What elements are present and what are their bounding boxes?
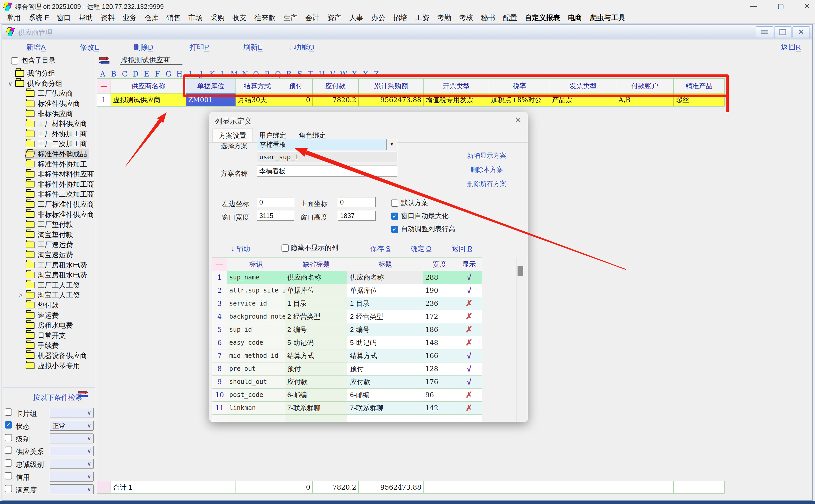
grid-width[interactable]: 142 (423, 402, 456, 415)
grid-row[interactable]: 2attr.sup_site_id单据库位单据库位190√ (212, 284, 482, 297)
tree-item[interactable]: 工厂垫付款 (5, 220, 95, 230)
tree-item[interactable]: 日常开支 (5, 330, 95, 341)
tree-item[interactable]: 工厂标准件供应商 (5, 200, 95, 210)
condition-select[interactable]: ∨ (50, 484, 93, 494)
grid-width[interactable] (423, 415, 456, 422)
tree-item[interactable]: 房租水电费 (5, 320, 95, 331)
tree-item[interactable]: >淘宝工人工资 (5, 290, 95, 300)
panel-splitter[interactable] (96, 39, 96, 499)
tree-item[interactable]: 淘宝垫付款 (5, 230, 95, 240)
toolbar-E-button[interactable]: 刷新E (243, 42, 263, 52)
grid-title[interactable]: 供应商名称 (347, 271, 423, 284)
menu-item[interactable]: 常用 (3, 13, 25, 22)
grid-title[interactable]: 预付 (347, 362, 423, 376)
return-button[interactable]: 返回 R (452, 244, 472, 253)
dialog-tab[interactable]: 方案设置 (213, 128, 253, 142)
tree-item[interactable]: 工厂二次加工商 (5, 139, 95, 149)
grid-row[interactable]: 6easy_code5-助记码5-助记码148✗ (212, 336, 482, 349)
condition-select[interactable]: ∨ (50, 433, 93, 443)
column-header[interactable]: 供应商名称 (111, 78, 186, 93)
tab-current-supplier[interactable]: 虚拟测试供应商 (121, 55, 170, 65)
tree-item[interactable]: 标准件外协加工 (5, 159, 95, 169)
grid-field-id[interactable]: easy_code (227, 336, 285, 349)
include-subdirs-checkbox[interactable] (11, 57, 18, 65)
grid-width[interactable]: 176 (423, 376, 456, 389)
menu-item[interactable]: 系统 F (25, 13, 53, 22)
condition-checkbox[interactable] (5, 472, 12, 479)
menu-item[interactable]: 考核 (455, 13, 477, 22)
tree-item[interactable]: 标准件供应商 (5, 99, 95, 109)
menu-item[interactable]: 招培 (389, 13, 411, 22)
grid-show-flag[interactable]: ✗ (456, 336, 482, 349)
grid-row[interactable]: 5sup_id2-编号2-编号186✗ (212, 323, 482, 336)
grid-field-id[interactable]: post_code (227, 389, 285, 402)
grid-field-id[interactable]: sup_name (227, 271, 285, 284)
grid-default-title[interactable]: 1-目录 (285, 297, 347, 310)
grid-column-header[interactable]: 显示 (456, 257, 482, 271)
grid-row[interactable]: 1sup_name供应商名称供应商名称288√ (212, 271, 482, 284)
child-restore-icon[interactable] (774, 26, 791, 38)
tree-item[interactable]: 工厂外协加工商 (5, 129, 95, 139)
option-checkbox[interactable]: ✓ (391, 213, 398, 220)
grid-scrollbar[interactable] (516, 257, 525, 422)
grid-field-id[interactable]: linkman (227, 402, 285, 415)
child-minimize-icon[interactable] (756, 26, 773, 38)
grid-title[interactable] (347, 415, 423, 422)
tree-item[interactable]: ∨供应商分组 (5, 79, 95, 89)
grid-title[interactable]: 应付款 (347, 376, 423, 389)
grid-show-flag[interactable]: ✗ (456, 402, 482, 415)
grid-column-header[interactable]: 宽度 (423, 257, 456, 271)
tree-item[interactable]: 非标件材料供应商 (5, 169, 95, 179)
menu-item[interactable]: 自定义报表 (521, 13, 564, 22)
letter-index[interactable]: B (108, 70, 119, 78)
menu-item[interactable]: 收支 (229, 13, 251, 22)
menu-item[interactable]: 考勤 (433, 13, 455, 22)
grid-row[interactable]: 9should_out应付款应付款176√ (212, 376, 482, 389)
menu-item[interactable]: 资产 (323, 13, 345, 22)
grid-show-flag[interactable] (456, 415, 482, 422)
hide-columns-checkbox[interactable] (282, 244, 289, 252)
menu-item[interactable]: 窗口 (53, 13, 75, 22)
add-plan-link[interactable]: 新增显示方案 (458, 151, 516, 160)
condition-select[interactable]: 正常∨ (50, 421, 93, 431)
grid-width[interactable]: 190 (423, 284, 456, 297)
condition-select[interactable]: ∨ (50, 408, 93, 418)
menu-item[interactable]: 人事 (345, 13, 367, 22)
grid-show-flag[interactable]: √ (456, 349, 482, 362)
grid-title[interactable]: 1-目录 (347, 297, 423, 310)
child-close-icon[interactable]: ✕ (793, 26, 810, 38)
condition-checkbox[interactable] (5, 485, 12, 492)
grid-show-flag[interactable]: ✗ (456, 297, 482, 310)
grid-default-title[interactable] (285, 415, 347, 422)
grid-show-flag[interactable]: ✗ (456, 389, 482, 402)
grid-default-title[interactable]: 2-经营类型 (285, 310, 347, 323)
letter-index[interactable]: E (141, 70, 152, 78)
grid-row[interactable]: 10post_code6-邮编6-邮编96✗ (212, 389, 482, 402)
delete-all-plans-link[interactable]: 删除所有方案 (458, 179, 516, 188)
save-button[interactable]: 保存 S (370, 244, 391, 253)
toolbar-P-button[interactable]: 打印P (189, 42, 209, 52)
confirm-button[interactable]: 确定 O (411, 244, 431, 253)
grid-field-id[interactable]: pre_out (227, 362, 285, 376)
chevron-down-icon[interactable]: ▼ (386, 139, 397, 150)
chevron-down-icon[interactable]: ∨ (6, 80, 15, 87)
delete-plan-link[interactable]: 删除本方案 (458, 165, 516, 174)
grid-default-title[interactable]: 单据库位 (285, 284, 347, 297)
grid-scrollbar-thumb[interactable] (517, 266, 523, 276)
grid-show-flag[interactable]: ✗ (456, 323, 482, 336)
close-icon[interactable]: ✕ (798, 2, 815, 10)
toolbar-O-button[interactable]: ↓功能O (288, 42, 315, 52)
grid-field-id[interactable] (227, 415, 285, 422)
grid-width[interactable]: 166 (423, 349, 456, 362)
grid-default-title[interactable]: 2-编号 (285, 323, 347, 336)
default-plan-option[interactable]: 默认方案 (391, 198, 428, 207)
menu-item[interactable]: 仓库 (141, 13, 162, 22)
grid-row[interactable]: 11linkman7-联系群聊7-联系群聊142✗ (212, 402, 482, 415)
grid-row[interactable]: 7mio_method_id结算方式结算方式166√ (212, 349, 482, 362)
grid-title[interactable]: 单据库位 (347, 284, 423, 297)
grid-title[interactable]: 7-联系群聊 (347, 402, 423, 415)
tree-item[interactable]: 非标件二次加工商 (5, 189, 95, 200)
chevron-right-icon[interactable]: > (16, 291, 25, 299)
window-width-field[interactable] (257, 211, 294, 221)
grid-field-id[interactable]: mio_method_id (227, 349, 285, 362)
